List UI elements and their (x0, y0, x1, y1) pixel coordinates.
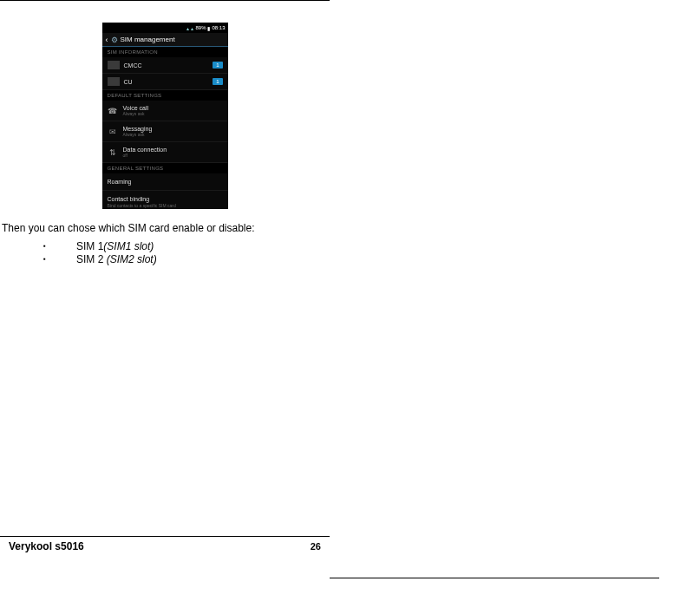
setting-title: Data connection (123, 147, 167, 153)
section-header-default: DEFAULT SETTINGS (102, 90, 228, 101)
message-icon: ✉ (108, 127, 118, 137)
status-time: 08:13 (212, 25, 225, 30)
setting-sub: Bind contacts to a specific SIM card (108, 203, 223, 208)
signal-icon: ▴ (186, 25, 189, 31)
setting-row-messaging[interactable]: ✉ Messaging Always ask (102, 121, 228, 142)
item-suffix: (SIM1 slot) (103, 240, 154, 252)
setting-sub: Always ask (123, 111, 149, 116)
phone-screenshot: ▴ ▴ 89% ▮ 08:13 ‹ ⚙ SIM management SIM I… (102, 23, 228, 209)
title-bar: ‹ ⚙ SIM management (102, 33, 228, 47)
divider-line (330, 578, 659, 578)
screenshot-container: ▴ ▴ 89% ▮ 08:13 ‹ ⚙ SIM management SIM I… (0, 23, 330, 209)
page-footer: Verykool s5016 26 (0, 536, 330, 556)
item-prefix: SIM 1 (76, 240, 103, 252)
setting-sub: Always ask (123, 132, 153, 137)
phone-icon: ☎ (108, 106, 118, 116)
bullet-list: SIM 1(SIM1 slot) SIM 2 (SIM2 slot) (0, 240, 330, 267)
item-prefix: SIM 2 (76, 253, 107, 265)
battery-text: 89% (195, 25, 206, 30)
setting-title: Roaming (108, 179, 223, 185)
status-bar: ▴ ▴ 89% ▮ 08:13 (102, 23, 228, 33)
section-header-sim-info: SIM INFORMATION (102, 47, 228, 57)
list-item: SIM 2 (SIM2 slot) (43, 253, 330, 267)
setting-row-roaming[interactable]: Roaming (102, 173, 228, 191)
setting-row-voice[interactable]: ☎ Voice call Always ask (102, 101, 228, 121)
back-icon[interactable]: ‹ (106, 36, 108, 44)
footer-model: Verykool s5016 (9, 540, 84, 552)
setting-title: Messaging (123, 126, 153, 132)
list-item: SIM 1(SIM1 slot) (43, 240, 330, 254)
signal-icon: ▴ (191, 25, 193, 31)
setting-row-data[interactable]: ⇅ Data connection off (102, 142, 228, 163)
sim-icon (108, 77, 120, 86)
document-page: ▴ ▴ 89% ▮ 08:13 ‹ ⚙ SIM management SIM I… (0, 0, 330, 560)
section-header-general: GENERAL SETTINGS (102, 163, 228, 173)
data-icon: ⇅ (108, 147, 118, 158)
gear-icon: ⚙ (111, 36, 118, 44)
sim-badge: 1 (213, 78, 222, 85)
sim-label: CU (124, 79, 213, 85)
sim-icon (108, 61, 120, 69)
battery-icon: ▮ (207, 25, 210, 31)
sim-row[interactable]: CU 1 (102, 74, 228, 90)
footer-page-number: 26 (311, 541, 321, 552)
sim-label: CMCC (124, 62, 213, 69)
body-intro: Then you can chose which SIM card enable… (0, 218, 330, 240)
setting-title: Voice call (123, 105, 149, 111)
screen-title: SIM management (121, 36, 175, 43)
setting-sub: off (123, 153, 167, 158)
item-suffix: (SIM2 slot) (107, 253, 157, 265)
setting-title: Contact binding (108, 196, 223, 202)
sim-row[interactable]: CMCC 1 (102, 57, 228, 74)
sim-badge: 1 (213, 62, 222, 69)
setting-row-binding[interactable]: Contact binding Bind contacts to a speci… (102, 191, 228, 209)
